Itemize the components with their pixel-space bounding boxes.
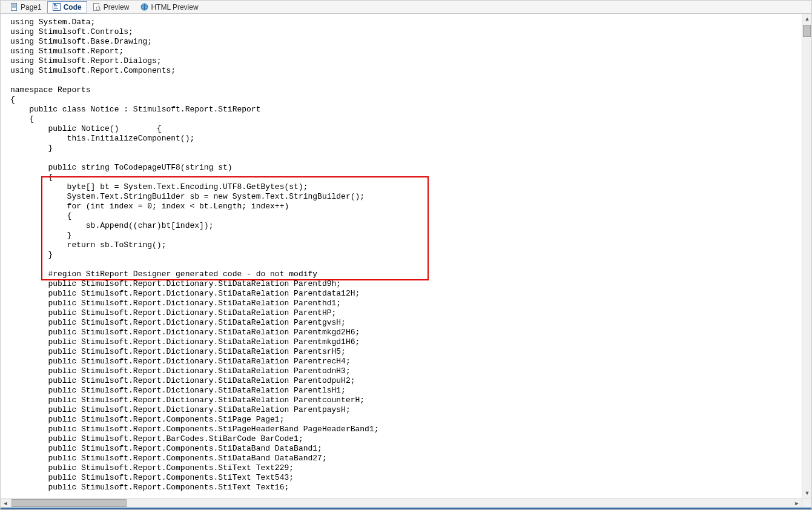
- scroll-right-arrow[interactable]: ►: [793, 499, 801, 508]
- tab-label: Page1: [21, 3, 42, 12]
- horizontal-scroll-thumb[interactable]: [12, 499, 127, 507]
- tab-page1[interactable]: Page1: [4, 1, 47, 13]
- svg-rect-8: [54, 8, 58, 8]
- editor-viewport: using System.Data; using Stimulsoft.Cont…: [1, 14, 802, 498]
- tab-preview[interactable]: Preview: [87, 1, 135, 13]
- vertical-scrollbar[interactable]: ▲ ▼: [802, 14, 811, 498]
- code-editor[interactable]: using System.Data; using Stimulsoft.Cont…: [1, 14, 811, 508]
- footer-accent: [1, 508, 811, 509]
- svg-rect-6: [54, 5, 58, 6]
- code-icon: [53, 3, 61, 12]
- tab-label: Code: [64, 3, 82, 12]
- svg-rect-7: [54, 7, 57, 7]
- svg-rect-5: [54, 4, 56, 5]
- tab-label: Preview: [104, 3, 130, 12]
- horizontal-scrollbar[interactable]: ◄ ►: [1, 498, 802, 508]
- globe-icon: [140, 3, 148, 12]
- tab-label: HTML Preview: [151, 3, 198, 12]
- tab-html-preview[interactable]: HTML Preview: [134, 1, 203, 13]
- app-window: Page1 Code Preview HTML Preview using Sy…: [0, 0, 812, 510]
- vertical-scroll-thumb[interactable]: [803, 25, 811, 37]
- scroll-down-arrow[interactable]: ▼: [803, 489, 811, 497]
- tab-bar: Page1 Code Preview HTML Preview: [1, 1, 811, 14]
- scroll-left-arrow[interactable]: ◄: [1, 499, 10, 508]
- preview-icon: [93, 3, 101, 12]
- page-icon: [10, 3, 18, 12]
- svg-line-11: [99, 10, 101, 11]
- tab-code[interactable]: Code: [47, 1, 87, 13]
- scroll-corner: [802, 498, 811, 508]
- code-content[interactable]: using System.Data; using Stimulsoft.Cont…: [1, 14, 802, 496]
- scroll-up-arrow[interactable]: ▲: [803, 15, 811, 23]
